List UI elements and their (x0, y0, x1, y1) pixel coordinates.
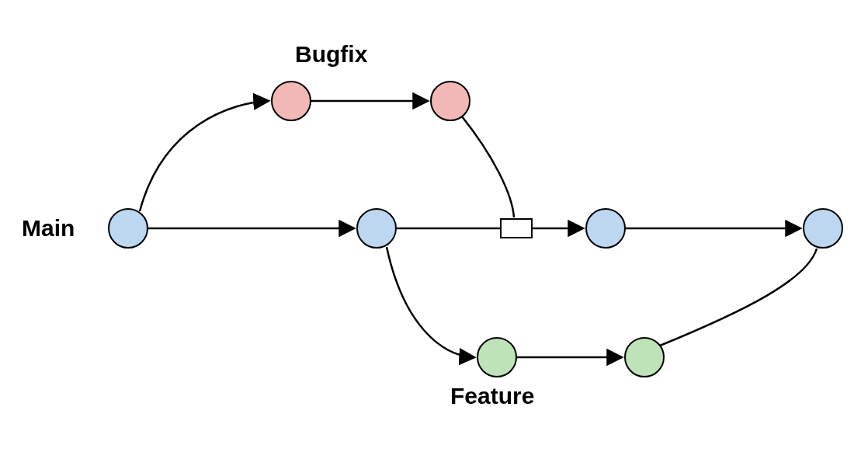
commit-bugfix-1 (272, 82, 311, 120)
commit-feature-2 (625, 338, 664, 377)
label-feature: Feature (450, 383, 534, 409)
label-main: Main (22, 215, 75, 241)
label-bugfix: Bugfix (295, 41, 368, 67)
edge-branch-feature (387, 247, 474, 357)
merge-marker (501, 219, 532, 238)
commit-main-3 (586, 209, 625, 248)
commit-main-2 (357, 209, 396, 248)
commit-main-1 (109, 209, 148, 248)
git-branch-diagram: Main Bugfix Feature (0, 0, 868, 459)
edge-merge-feature (660, 249, 817, 346)
commit-feature-1 (477, 338, 516, 377)
commit-bugfix-2 (431, 82, 470, 120)
commit-main-4 (804, 209, 842, 248)
edge-branch-bugfix (140, 101, 268, 211)
edge-merge-bugfix (462, 116, 514, 217)
